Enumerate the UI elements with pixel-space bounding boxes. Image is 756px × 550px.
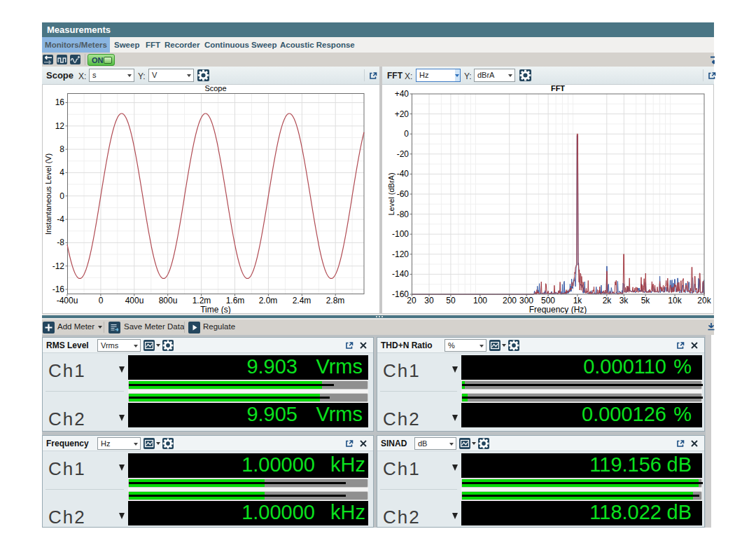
svg-text:100: 100 (473, 296, 487, 305)
svg-text:-12: -12 (52, 261, 65, 271)
svg-text:4: 4 (59, 167, 64, 177)
svg-text:1.2m: 1.2m (192, 296, 211, 305)
svg-text:1.6m: 1.6m (226, 296, 245, 305)
svg-text:0: 0 (404, 129, 409, 139)
svg-text:+20: +20 (395, 109, 410, 119)
svg-text:0: 0 (59, 191, 64, 201)
svg-text:800u: 800u (159, 296, 178, 305)
svg-text:2.4m: 2.4m (293, 296, 312, 305)
svg-text:-8: -8 (57, 238, 64, 247)
svg-text:Time (s): Time (s) (200, 305, 231, 315)
svg-text:2.0m: 2.0m (259, 296, 278, 305)
svg-text:-80: -80 (397, 209, 410, 219)
svg-text:1k: 1k (573, 296, 583, 305)
svg-text:20k: 20k (697, 296, 711, 305)
svg-text:Level (dBrA): Level (dBrA) (387, 172, 396, 215)
svg-text:10k: 10k (668, 296, 682, 305)
svg-text:-400u: -400u (57, 296, 78, 305)
svg-text:16: 16 (55, 97, 65, 107)
svg-text:Instantaneous Level (V): Instantaneous Level (V) (44, 153, 52, 235)
svg-text:-20: -20 (397, 149, 410, 159)
svg-text:30: 30 (424, 296, 434, 305)
svg-text:-100: -100 (392, 229, 409, 239)
svg-text:0: 0 (99, 296, 104, 305)
svg-text:200: 200 (503, 296, 517, 305)
svg-text:12: 12 (55, 121, 65, 131)
svg-text:5k: 5k (641, 296, 651, 305)
svg-text:300: 300 (519, 296, 533, 305)
svg-text:-60: -60 (397, 189, 410, 199)
svg-text:-140: -140 (392, 269, 409, 279)
svg-text:8: 8 (59, 144, 64, 154)
svg-text:-16: -16 (52, 284, 65, 294)
svg-text:3k: 3k (620, 296, 629, 305)
svg-text:-4: -4 (57, 214, 64, 224)
svg-text:20: 20 (407, 296, 416, 305)
svg-text:50: 50 (446, 296, 456, 305)
svg-text:500: 500 (541, 296, 555, 305)
svg-text:2k: 2k (603, 296, 612, 305)
svg-text:400u: 400u (125, 296, 144, 305)
svg-text:+40: +40 (395, 89, 410, 99)
svg-text:-120: -120 (392, 249, 409, 259)
svg-text:2.8m: 2.8m (326, 296, 345, 305)
svg-text:-40: -40 (397, 169, 410, 179)
svg-text:Scope: Scope (204, 84, 226, 92)
svg-text:Frequency (Hz): Frequency (Hz) (529, 305, 587, 315)
svg-text:FFT: FFT (551, 84, 565, 92)
